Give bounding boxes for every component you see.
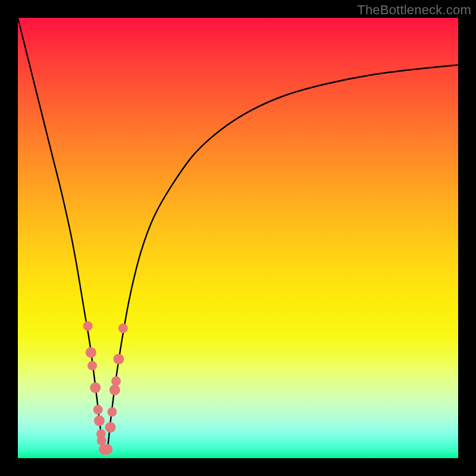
highlight-marker [90, 383, 101, 393]
highlight-marker [86, 347, 96, 358]
highlight-marker [107, 407, 117, 416]
highlight-marker [105, 422, 115, 433]
plot-area [18, 18, 458, 458]
bottleneck-curve [18, 18, 458, 453]
highlight-marker [118, 324, 128, 333]
highlight-marker [109, 384, 120, 395]
watermark-text: TheBottleneck.com [357, 2, 471, 18]
highlight-marker [97, 436, 107, 445]
highlight-marker [94, 415, 105, 426]
curve-layer [18, 18, 458, 458]
highlight-marker [87, 361, 97, 371]
chart-canvas: TheBottleneck.com [0, 0, 476, 476]
highlight-marker [83, 321, 93, 331]
highlight-marker [113, 354, 124, 365]
highlight-marker [93, 405, 103, 415]
highlight-marker [111, 377, 121, 386]
highlight-marker [102, 444, 112, 455]
